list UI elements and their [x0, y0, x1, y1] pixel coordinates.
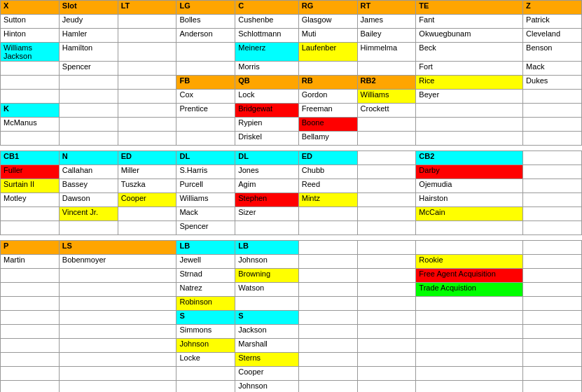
z-empty4 — [523, 132, 582, 146]
n-callahan: Callahan — [59, 165, 118, 179]
rb2-empty2 — [357, 132, 416, 146]
cb1-fuller: Fuller — [1, 165, 60, 179]
lb-empty16 — [357, 297, 416, 311]
k-empty — [1, 132, 60, 146]
def-empty — [523, 151, 582, 165]
lb-empty15 — [298, 297, 357, 311]
lt-empty2 — [118, 29, 176, 43]
ls-bobenmoyer: Bobenmoyer — [59, 255, 176, 269]
pos-s-right: S — [235, 311, 298, 325]
lb-natrez: Natrez — [176, 283, 235, 297]
pos-cb2: CB2 — [416, 151, 523, 165]
rt-empty — [357, 62, 416, 76]
lb-empty7 — [523, 255, 582, 269]
ed-tuszka: Tuszka — [118, 179, 176, 193]
cb2-empty — [416, 221, 523, 235]
s-r2-empty — [1, 339, 60, 353]
lb-empty11 — [298, 283, 357, 297]
p-empty3 — [1, 297, 60, 311]
defense-row-1: Fuller Callahan Miller S.Harris Jones Ch… — [1, 165, 582, 179]
pos-empty-def — [357, 151, 416, 165]
c-morris: Morris — [235, 62, 298, 76]
s-r4-empty6 — [523, 367, 582, 381]
pos-x: X — [1, 1, 60, 15]
pos-rice: Rice — [416, 76, 523, 90]
slot-jeudy: Jeudy — [59, 15, 118, 29]
lg-anderson: Anderson — [176, 29, 235, 43]
slot-empty5 — [59, 132, 118, 146]
main-roster-table: X Slot LT LG C RG RT TE Z Sutton Jeudy B… — [0, 0, 582, 392]
s-cooper: Cooper — [235, 367, 298, 381]
lb-bot-empty6 — [416, 381, 523, 393]
fb-cox: Cox — [176, 90, 235, 104]
dl-empty — [235, 221, 298, 235]
cb1-surtain: Surtain II — [1, 179, 60, 193]
s-empty5 — [416, 311, 523, 325]
pos-c: C — [235, 1, 298, 15]
pos-k: K — [1, 104, 60, 118]
separator2 — [1, 235, 582, 241]
cb1-empty — [1, 207, 60, 221]
defense-row-5: Spencer — [1, 221, 582, 235]
cb2-mccain: McCain — [416, 207, 523, 221]
z-benson: Benson — [523, 43, 582, 62]
fb-empty — [176, 118, 235, 132]
p-empty2 — [1, 283, 60, 297]
lb-empty12 — [357, 283, 416, 297]
dl-williams: Williams — [176, 193, 235, 207]
s-row-2: Johnson Marshall — [1, 339, 582, 353]
c-cushenberry: Cushenbe — [235, 15, 298, 29]
s-r1-empty4 — [357, 325, 416, 339]
def-empty2 — [357, 165, 416, 179]
c-meinerz: Meinerz — [235, 43, 298, 62]
legend-trade: Trade Acquistion — [416, 283, 523, 297]
rb2-empty — [357, 118, 416, 132]
s-r1-empty5 — [416, 325, 523, 339]
pos-te: TE — [416, 1, 523, 15]
empty-cell3 — [416, 132, 523, 146]
s-johnson-bottom: Johnson — [235, 381, 298, 393]
z-patrick: Patrick — [523, 15, 582, 29]
z-empty3 — [523, 118, 582, 132]
pos-ed-left: ED — [118, 151, 176, 165]
lt-empty3 — [118, 43, 176, 62]
offense-row-7: Cox Lock Gordon Williams Beyer — [1, 90, 582, 104]
s-r1-empty2 — [59, 325, 176, 339]
pos-n: N — [59, 151, 118, 165]
separator-row — [1, 146, 582, 151]
lb-empty3 — [416, 241, 523, 255]
ls-empty — [59, 269, 176, 283]
offense-row-2: Sutton Jeudy Bolles Cushenbe Glasgow Jam… — [1, 15, 582, 29]
s-r3-empty2 — [59, 353, 176, 367]
lt-empty — [118, 15, 176, 29]
qb-bridgewater: Bridgewat — [235, 104, 298, 118]
s-r2-empty2 — [59, 339, 176, 353]
dl-mack: Mack — [176, 207, 235, 221]
lb-row-4: Robinson — [1, 297, 582, 311]
offense-header-row: X Slot LT LG C RG RT TE Z — [1, 1, 582, 15]
rb-gordon: Gordon — [298, 90, 357, 104]
fb-empty2 — [176, 132, 235, 146]
def-empty6 — [357, 193, 416, 207]
z-mack: Mack — [523, 62, 582, 76]
lb-robinson: Robinson — [176, 297, 235, 311]
legend-rookie: Rookie — [416, 255, 523, 269]
slot-empty2 — [59, 90, 118, 104]
rg-laufenberg: Laufenber — [298, 43, 357, 62]
s-r1-empty3 — [298, 325, 357, 339]
s-r3-empty — [1, 353, 60, 367]
pos-dl-right: DL — [235, 151, 298, 165]
defense-row-4: Vincent Jr. Mack Sizer McCain — [1, 207, 582, 221]
lb-empty17 — [416, 297, 523, 311]
lb-empty6 — [357, 255, 416, 269]
lb-empty18 — [523, 297, 582, 311]
lt-empty5 — [118, 76, 176, 90]
roster-grid: X Slot LT LG C RG RT TE Z Sutton Jeudy B… — [0, 0, 582, 392]
pos-ed-right: ED — [298, 151, 357, 165]
lb-johnson: Johnson — [235, 255, 298, 269]
x-empty2 — [1, 76, 60, 90]
s-row-3: Locke Sterns — [1, 353, 582, 367]
rb2-beyer: Beyer — [416, 90, 523, 104]
rb2-williams: Williams — [357, 90, 416, 104]
te-fort: Fort — [416, 62, 523, 76]
